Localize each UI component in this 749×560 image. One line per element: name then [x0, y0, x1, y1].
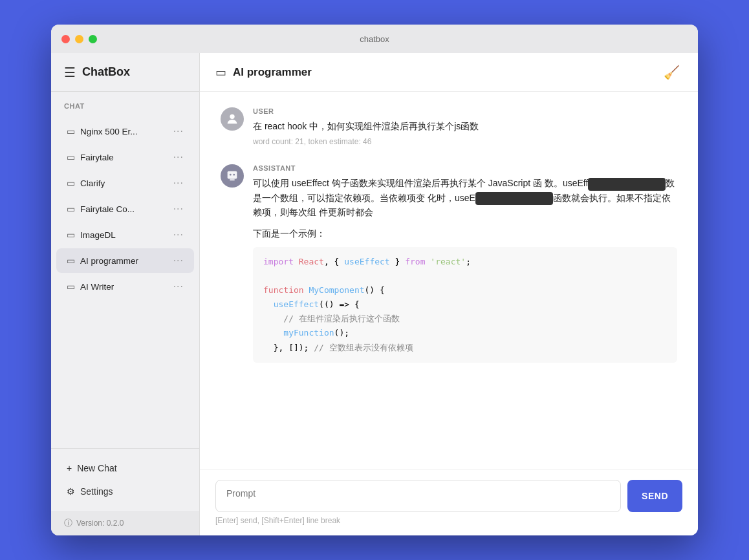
chat-list: ▭ Nginx 500 Er... ··· ▭ Fairytale ··· ▭ …	[51, 115, 199, 448]
prompt-area: SEND [Enter] send, [Shift+Enter] line br…	[200, 469, 698, 535]
user-message-text: 在 react hook 中，如何实现组件渲染后再执行某个js函数	[253, 119, 677, 133]
gear-icon: ⚙	[67, 486, 75, 497]
chat-item-menu-dots[interactable]: ···	[173, 229, 184, 241]
code-block: import React, { useEffect } from 'react'…	[253, 247, 677, 363]
chat-item-menu-dots[interactable]: ···	[173, 125, 184, 137]
plus-icon: +	[67, 463, 72, 473]
send-button[interactable]: SEND	[627, 480, 682, 512]
version-bar: ⓘ Version: 0.2.0	[51, 511, 199, 535]
chat-item-menu-dots[interactable]: ···	[173, 255, 184, 266]
user-message-meta: word count: 21, token estimate: 46	[253, 137, 677, 146]
assistant-message-content: ASSISTANT 可以使用 useEffect 钩子函数来实现组件渲染后再执行…	[253, 164, 677, 362]
prompt-input[interactable]	[215, 480, 621, 512]
traffic-lights	[61, 35, 97, 43]
chat-item-icon: ▭	[67, 204, 75, 214]
redacted-text-2	[475, 192, 553, 205]
window-title: chatbox	[360, 34, 389, 44]
main-header: ▭ AI programmer 🧹	[200, 53, 698, 92]
prompt-hint: [Enter] send, [Shift+Enter] line break	[215, 516, 682, 525]
chat-section-label: CHAT	[51, 92, 199, 115]
titlebar: chatbox	[51, 25, 698, 53]
chat-title-icon: ▭	[215, 65, 226, 80]
chat-item-menu-dots[interactable]: ···	[173, 281, 184, 292]
assistant-message-text: 可以使用 useEffect 钩子函数来实现组件渲染后再执行某个 JavaScr…	[253, 176, 677, 219]
chat-item-label: AI programmer	[80, 256, 168, 266]
chat-item-icon: ▭	[67, 178, 75, 188]
version-label: Version: 0.2.0	[76, 519, 124, 528]
info-icon: ⓘ	[64, 517, 72, 529]
chat-item-icon: ▭	[67, 281, 75, 292]
message-assistant: ASSISTANT 可以使用 useEffect 钩子函数来实现组件渲染后再执行…	[221, 164, 677, 362]
svg-rect-1	[228, 171, 237, 179]
chat-item-menu-dots[interactable]: ···	[173, 203, 184, 215]
close-button[interactable]	[61, 35, 70, 43]
sidebar-item-fairytale-co[interactable]: ▭ Fairytale Co... ···	[56, 197, 194, 221]
chat-item-icon: ▭	[67, 255, 75, 266]
assistant-role-label: ASSISTANT	[253, 164, 677, 172]
settings-label: Settings	[80, 486, 113, 497]
svg-rect-2	[230, 179, 234, 181]
main-header-left: ▭ AI programmer	[215, 65, 312, 80]
chat-item-menu-dots[interactable]: ···	[173, 177, 184, 189]
sidebar-item-ai-programmer[interactable]: ▭ AI programmer ···	[56, 248, 194, 273]
minimize-button[interactable]	[75, 35, 83, 43]
sidebar: ☰ ChatBox CHAT ▭ Nginx 500 Er... ··· ▭ F…	[51, 53, 200, 535]
settings-button[interactable]: ⚙ Settings	[56, 480, 194, 503]
assistant-avatar	[221, 164, 244, 188]
new-chat-label: New Chat	[77, 463, 116, 473]
prompt-row: SEND	[215, 480, 682, 512]
new-chat-button[interactable]: + New Chat	[56, 457, 194, 480]
assistant-example-label: 下面是一个示例：	[253, 226, 677, 241]
sidebar-header: ☰ ChatBox	[51, 53, 199, 92]
chat-item-label: Fairytale Co...	[80, 204, 168, 214]
chat-item-menu-dots[interactable]: ···	[173, 151, 184, 163]
chat-item-icon: ▭	[67, 126, 75, 136]
main-panel: ▭ AI programmer 🧹 USER 在 r	[200, 53, 698, 535]
chat-icon: ☰	[64, 65, 76, 80]
sidebar-item-fairytale[interactable]: ▭ Fairytale ···	[56, 145, 194, 169]
maximize-button[interactable]	[89, 35, 97, 43]
sidebar-footer: + New Chat ⚙ Settings	[51, 448, 199, 511]
svg-point-4	[233, 174, 235, 176]
chat-item-icon: ▭	[67, 152, 75, 162]
sidebar-item-nginx[interactable]: ▭ Nginx 500 Er... ···	[56, 119, 194, 144]
messages-container: USER 在 react hook 中，如何实现组件渲染后再执行某个js函数 w…	[200, 92, 698, 469]
chat-item-label: ImageDL	[80, 230, 168, 240]
svg-point-3	[230, 174, 232, 176]
app-logo: ChatBox	[82, 65, 130, 79]
chat-item-label: Nginx 500 Er...	[80, 127, 168, 136]
chat-item-label: Fairytale	[80, 153, 168, 162]
svg-point-0	[230, 114, 234, 119]
user-message-content: USER 在 react hook 中，如何实现组件渲染后再执行某个js函数 w…	[253, 107, 677, 146]
user-avatar	[221, 107, 244, 131]
chat-item-icon: ▭	[67, 230, 75, 240]
message-user: USER 在 react hook 中，如何实现组件渲染后再执行某个js函数 w…	[221, 107, 677, 146]
chat-item-label: Clarify	[80, 178, 168, 188]
sidebar-item-ai-writer[interactable]: ▭ AI Writer ···	[56, 274, 194, 299]
chat-title: AI programmer	[233, 66, 312, 79]
clear-button[interactable]: 🧹	[661, 62, 682, 83]
chat-item-label: AI Writer	[80, 282, 168, 292]
user-role-label: USER	[253, 107, 677, 115]
sidebar-item-imagedl[interactable]: ▭ ImageDL ···	[56, 222, 194, 247]
sidebar-item-clarify[interactable]: ▭ Clarify ···	[56, 171, 194, 195]
redacted-text	[588, 178, 666, 191]
